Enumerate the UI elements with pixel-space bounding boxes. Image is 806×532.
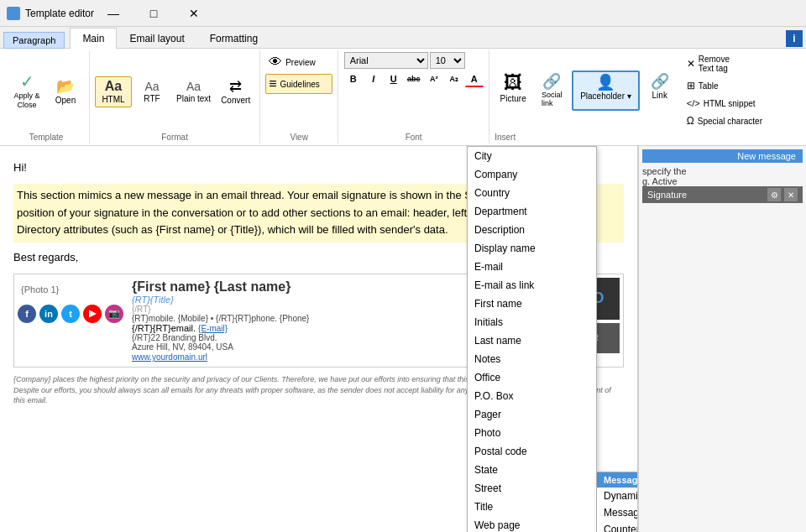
special-char-button[interactable]: Ω Special character bbox=[683, 112, 766, 129]
dd-state[interactable]: State bbox=[468, 461, 596, 479]
dd-department[interactable]: Department bbox=[468, 202, 596, 221]
rtf-button[interactable]: Aa RTF bbox=[133, 77, 170, 107]
sig-header-area: Signature ⚙ ✕ bbox=[642, 186, 803, 203]
sig-url: www.yourdomain.url bbox=[132, 352, 492, 362]
italic-button[interactable]: I bbox=[364, 70, 383, 87]
sig-info-cell: {First name} {Last name} {RT}{Title} {/R… bbox=[127, 274, 497, 367]
apply-close-button[interactable]: ✓ Apply &Close bbox=[8, 70, 45, 113]
sig-url-link[interactable]: www.yourdomain.url bbox=[132, 352, 207, 362]
sig-settings-button[interactable]: ⚙ bbox=[767, 188, 781, 201]
submenu-counters[interactable]: Counters ▶ bbox=[597, 521, 638, 532]
superscript-button[interactable]: A² bbox=[425, 70, 443, 87]
dd-notes[interactable]: Notes bbox=[468, 350, 596, 368]
underline-button[interactable]: U bbox=[385, 70, 403, 87]
sig-title: {RT}{Title} bbox=[132, 295, 492, 305]
ribbon-group-insert: 🖼 Picture 🔗 Sociallink 👤 Placeholder ▾ 🔗… bbox=[489, 50, 793, 143]
dd-last-name[interactable]: Last name bbox=[468, 331, 596, 350]
dd-country[interactable]: Country bbox=[468, 184, 596, 202]
youtube-icon[interactable]: ▶ bbox=[83, 305, 102, 323]
specify-text: specify the bbox=[642, 166, 803, 176]
close-button[interactable]: ✕ bbox=[175, 2, 213, 25]
font-color-button[interactable]: A bbox=[465, 70, 484, 87]
minimize-button[interactable]: — bbox=[94, 2, 133, 25]
dd-pager[interactable]: Pager bbox=[468, 405, 596, 424]
html-snippet-button[interactable]: </> HTML snippet bbox=[683, 96, 766, 111]
twitter-icon[interactable]: t bbox=[61, 305, 80, 323]
instagram-icon[interactable]: 📷 bbox=[105, 305, 123, 323]
open-button[interactable]: 📂 Open bbox=[47, 76, 84, 108]
placeholder-button[interactable]: 👤 Placeholder ▾ bbox=[572, 70, 640, 111]
right-panel: New message specify the g. Active Signat… bbox=[638, 146, 806, 532]
dd-title[interactable]: Title bbox=[468, 498, 596, 516]
submenu-dynamic-content[interactable]: Dynamic content ▶ bbox=[597, 488, 638, 504]
placeholder-icon: 👤 bbox=[596, 75, 615, 90]
plain-text-label: Plain text bbox=[176, 94, 211, 103]
placeholder-dropdown[interactable]: City Company Country Department Descript… bbox=[467, 146, 597, 532]
dd-display-name[interactable]: Display name bbox=[468, 239, 596, 258]
font-format-row: B I U abc A² A₂ A bbox=[344, 70, 484, 87]
preview-button[interactable]: 👁 Preview bbox=[265, 52, 332, 72]
dd-street[interactable]: Street bbox=[468, 479, 596, 498]
dd-email[interactable]: E-mail bbox=[468, 258, 596, 276]
sig-close-button[interactable]: ✕ bbox=[784, 188, 798, 201]
tab-main[interactable]: Main bbox=[70, 28, 117, 49]
bold-button[interactable]: B bbox=[344, 70, 363, 87]
html-button[interactable]: Aa HTML bbox=[95, 76, 132, 107]
tab-paragraph[interactable]: Paragraph bbox=[3, 32, 65, 49]
convert-button[interactable]: ⇄ Convert bbox=[217, 76, 254, 108]
sig-address2: Azure Hill, NV, 89404, USA bbox=[132, 342, 492, 352]
plain-text-icon: Aa bbox=[186, 81, 201, 92]
rtf-icon: Aa bbox=[144, 81, 159, 92]
maximize-button[interactable]: □ bbox=[134, 2, 173, 25]
linkedin-icon[interactable]: in bbox=[39, 305, 58, 323]
guidelines-button[interactable]: ≡ Guidelines bbox=[265, 74, 332, 94]
picture-button[interactable]: 🖼 Picture bbox=[495, 70, 531, 111]
table-button[interactable]: ⊞ Table bbox=[683, 77, 766, 94]
new-message-text: New message bbox=[737, 151, 796, 161]
font-size-select[interactable]: 10 bbox=[430, 52, 465, 69]
subscript-button[interactable]: A₂ bbox=[445, 70, 463, 87]
dd-web-page[interactable]: Web page bbox=[468, 516, 596, 532]
picture-label: Picture bbox=[500, 94, 526, 103]
dd-email-as-link[interactable]: E-mail as link bbox=[468, 276, 596, 295]
guidelines-label: Guidelines bbox=[280, 80, 320, 89]
insert-main-items: 🖼 Picture 🔗 Sociallink 👤 Placeholder ▾ 🔗… bbox=[495, 70, 678, 111]
info-icon[interactable]: i bbox=[786, 30, 803, 47]
submenu-message-properties[interactable]: Message properties ▶ bbox=[597, 504, 638, 521]
apply-close-label: Apply &Close bbox=[13, 91, 39, 110]
strikethrough-button[interactable]: abc bbox=[405, 70, 423, 87]
apply-icon: ✓ bbox=[20, 73, 34, 90]
dd-company[interactable]: Company bbox=[468, 165, 596, 184]
dd-first-name[interactable]: First name bbox=[468, 295, 596, 313]
title-bar: Template editor — □ ✕ bbox=[0, 0, 806, 27]
ribbon-group-format: Aa HTML Aa RTF Aa Plain text ⇄ Convert F… bbox=[90, 50, 260, 143]
email-link[interactable]: {E-mail} bbox=[198, 324, 228, 333]
plain-text-button[interactable]: Aa Plain text bbox=[172, 77, 215, 107]
sig-email: {/RT}{RT}email. {E-mail} bbox=[132, 323, 492, 333]
tab-formatting[interactable]: Formatting bbox=[197, 28, 270, 49]
dd-office[interactable]: Office bbox=[468, 368, 596, 387]
message-sender-submenu[interactable]: Message Sender Dynamic content ▶ Message… bbox=[596, 472, 638, 532]
dd-photo[interactable]: Photo bbox=[468, 424, 596, 442]
sig-header: Signature ⚙ ✕ bbox=[642, 186, 803, 203]
template-group-label: Template bbox=[29, 131, 64, 142]
dd-description[interactable]: Description bbox=[468, 221, 596, 239]
submenu-header: Message Sender bbox=[597, 472, 638, 488]
dd-city[interactable]: City bbox=[468, 147, 596, 165]
social-link-button[interactable]: 🔗 Sociallink bbox=[533, 70, 570, 111]
dd-po-box[interactable]: P.O. Box bbox=[468, 387, 596, 405]
tab-email-layout[interactable]: Email layout bbox=[117, 28, 196, 49]
font-name-select[interactable]: Arial bbox=[344, 52, 428, 69]
dd-postal-code[interactable]: Postal code bbox=[468, 442, 596, 461]
remove-text-tag-button[interactable]: ✕ RemoveText tag bbox=[683, 52, 766, 76]
dd-initials[interactable]: Initials bbox=[468, 313, 596, 331]
link-button[interactable]: 🔗 Link bbox=[641, 70, 678, 111]
sig-rt: {/RT} bbox=[132, 305, 492, 314]
editor-area[interactable]: Hi! This section mimics a new message in… bbox=[0, 146, 638, 532]
new-message-bar: New message bbox=[642, 149, 803, 163]
sig-name: {First name} {Last name} bbox=[132, 279, 492, 295]
sig-photo-cell: {Photo 1} f in t ▶ 📷 bbox=[14, 274, 127, 367]
convert-icon: ⇄ bbox=[229, 79, 242, 94]
table-icon: ⊞ bbox=[687, 80, 695, 91]
facebook-icon[interactable]: f bbox=[18, 305, 36, 323]
